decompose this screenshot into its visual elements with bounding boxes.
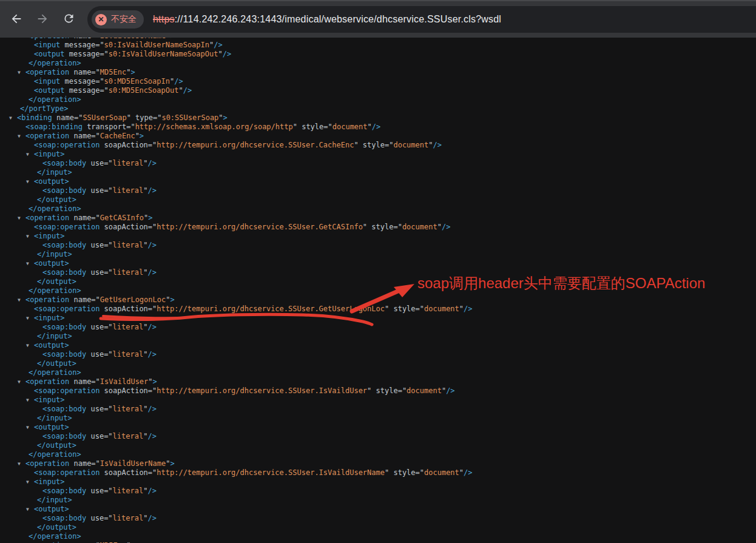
xml-line: <soap:body use="literal"/> (0, 186, 756, 195)
xml-tag: <soap:binding (25, 123, 83, 131)
security-badge-label: 不安全 (111, 14, 137, 25)
xml-tag: <soap:body (42, 432, 86, 440)
collapse-toggle-icon[interactable]: ▼ (18, 132, 25, 141)
xml-tag: /> (183, 86, 192, 95)
xml-tag: </input> (37, 496, 72, 504)
xml-line: <soap:body use="literal"/> (0, 432, 756, 441)
xml-line: </operation> (0, 204, 756, 214)
xml-line: ▼<output> (0, 423, 756, 432)
collapse-toggle-icon[interactable]: ▼ (26, 314, 34, 323)
xml-attr-value: literal (113, 405, 144, 413)
xml-line: ▼<output> (0, 505, 756, 514)
collapse-toggle-icon[interactable]: ▼ (26, 177, 34, 186)
collapse-toggle-icon[interactable]: ▼ (18, 295, 25, 305)
url-text: https://114.242.246.243:1443/imedical/we… (153, 14, 501, 25)
xml-attr-value: IsVaildUserName (100, 459, 166, 468)
forward-button[interactable] (32, 9, 53, 30)
back-arrow-icon (10, 12, 23, 27)
xml-attr-value: http://schemas.xmlsoap.org/soap/http (135, 123, 293, 131)
xml-tag: <operation (25, 68, 69, 76)
collapse-toggle-icon[interactable]: ▼ (18, 214, 25, 223)
collapse-toggle-icon[interactable]: ▼ (26, 259, 34, 268)
xml-tag: </operation> (29, 286, 81, 295)
xml-attr-name: transport=" (83, 123, 135, 131)
xml-line: ▼<input> (0, 232, 756, 241)
xml-attr-value: literal (113, 487, 144, 495)
back-button[interactable] (6, 9, 27, 30)
collapse-toggle-icon[interactable]: ▼ (26, 396, 34, 405)
xml-attr-name: " style=" (385, 305, 424, 313)
xml-attr-name: use=" (86, 405, 112, 413)
xml-tag: </output> (37, 441, 76, 450)
xml-line: <input message="s0:IsVaildUserNameSoapIn… (0, 41, 756, 50)
forward-arrow-icon (36, 12, 49, 27)
reload-button[interactable] (58, 9, 79, 30)
insecure-icon: ✕ (95, 14, 107, 25)
collapse-toggle-icon[interactable]: ▼ (26, 477, 34, 487)
collapse-toggle-icon[interactable]: ▼ (26, 150, 34, 159)
xml-tag: /> (147, 487, 156, 495)
xml-tag: <output (34, 86, 65, 95)
xml-line: ▼<input> (0, 477, 756, 487)
collapse-toggle-icon[interactable]: ▼ (26, 232, 34, 241)
xml-attr-name: soapAction=" (100, 223, 157, 231)
address-bar[interactable]: ✕ 不安全 https://114.242.246.243:1443/imedi… (87, 6, 756, 33)
xml-tag: <output> (34, 259, 69, 268)
xml-tag: </operation> (29, 450, 81, 459)
xml-tag: <soap:operation (34, 305, 100, 313)
collapse-toggle-icon[interactable]: ▼ (26, 505, 34, 514)
collapse-toggle-icon[interactable]: ▼ (9, 113, 17, 123)
xml-tag: <soap:body (42, 323, 86, 331)
xml-attr-name: name=" (69, 38, 100, 40)
xml-line: <soap:body use="literal"/> (0, 323, 756, 332)
collapse-toggle-icon[interactable]: ▼ (18, 459, 25, 468)
xml-attr-name: use=" (86, 268, 112, 277)
url-scheme-struck: https (153, 14, 175, 24)
xml-tag: /> (147, 186, 156, 195)
xml-attr-value: http://tempuri.org/dhcservice.SSUser.IsV… (157, 386, 367, 395)
xml-tag: <output> (34, 505, 69, 513)
xml-tag: /> (147, 514, 156, 522)
xml-line: ▼<output> (0, 177, 756, 186)
xml-tag: /> (442, 223, 450, 231)
security-badge[interactable]: ✕ 不安全 (92, 10, 144, 29)
xml-line: ▼<operation name="GetUserLogonLoc"> (0, 295, 756, 305)
xml-attr-name: use=" (86, 323, 112, 331)
xml-tag: <binding (17, 113, 52, 122)
collapse-toggle-icon[interactable]: ▼ (18, 68, 25, 77)
xml-attr-name: use=" (86, 432, 112, 440)
xml-line: ▼<output> (0, 259, 756, 268)
xml-attr-value: literal (113, 432, 144, 440)
xml-line: </operation> (0, 532, 756, 541)
xml-tag: /> (147, 159, 156, 167)
xml-attr-name: use=" (86, 241, 112, 249)
xml-tag: </output> (37, 359, 76, 368)
xml-attr-name: " (459, 468, 464, 477)
collapse-toggle-icon[interactable]: ▼ (18, 377, 25, 386)
xml-line: </input> (0, 414, 756, 423)
xml-line: <soap:operation soapAction="http://tempu… (0, 305, 756, 314)
xml-tag: <output> (34, 341, 69, 349)
xml-attr-name: name=" (52, 113, 83, 122)
xml-line: </operation> (0, 95, 756, 104)
collapse-toggle-icon[interactable]: ▼ (26, 423, 34, 432)
xml-tag: /> (214, 41, 222, 49)
xml-attr-name: " (135, 132, 140, 140)
xml-attr-value: http://tempuri.org/dhcservice.SSUser.Get… (157, 223, 363, 231)
xml-tag: <input> (34, 396, 65, 404)
xml-attr-value: literal (113, 159, 144, 167)
xml-attr-name: use=" (86, 514, 112, 522)
xml-attr-value: GetCASInfo (100, 214, 144, 222)
collapse-toggle-icon[interactable]: ▼ (26, 341, 34, 350)
collapse-toggle-icon[interactable]: ▼ (18, 38, 25, 41)
xml-tag: <operation (25, 214, 69, 222)
xml-tag: <soap:body (42, 186, 86, 195)
xml-attr-name: message=" (65, 50, 109, 58)
xml-attr-name: use=" (86, 186, 112, 195)
xml-line: <soap:operation soapAction="http://tempu… (0, 468, 756, 477)
xml-tag: /> (372, 123, 380, 131)
xml-line: </output> (0, 523, 756, 532)
xml-attr-name: soapAction=" (100, 386, 157, 395)
xml-tag: </input> (37, 414, 72, 422)
xml-attr-name: use=" (86, 159, 112, 167)
